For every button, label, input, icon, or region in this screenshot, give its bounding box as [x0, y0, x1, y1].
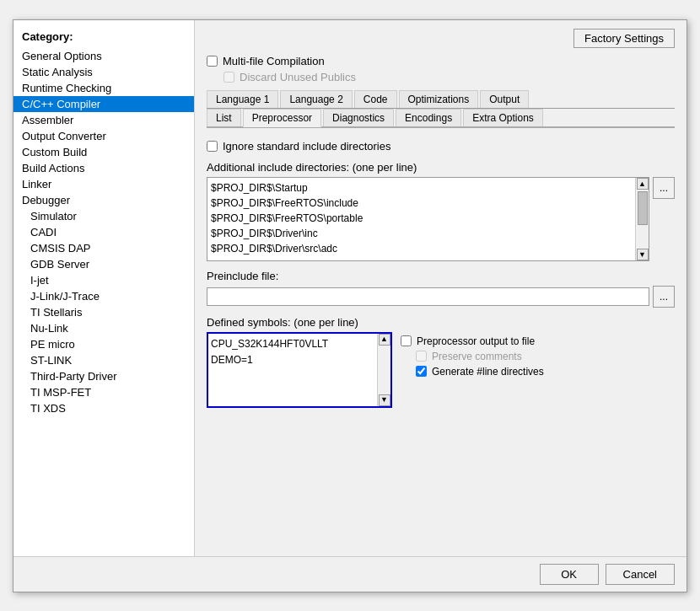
sidebar: Category: General Options Static Analysi…	[13, 20, 195, 556]
sidebar-item-gdb-server[interactable]: GDB Server	[13, 256, 194, 272]
sidebar-item-jlink-jtrace[interactable]: J-Link/J-Trace	[13, 288, 194, 304]
tab-code[interactable]: Code	[354, 90, 397, 108]
additional-includes-label: Additional include directories: (one per…	[207, 161, 675, 174]
sidebar-item-ti-xds[interactable]: TI XDS	[13, 400, 194, 416]
multifile-label: Multi-file Compilation	[223, 55, 325, 67]
top-row: Factory Settings	[207, 29, 675, 48]
ignore-std-label: Ignore standard include directories	[223, 140, 390, 153]
symbol-item-0: CPU_S32K144HFT0VLLT	[211, 336, 388, 352]
right-panel: Factory Settings Multi-file Compilation …	[195, 20, 687, 556]
dir-item-2: $PROJ_DIR$\FreeRTOS\portable	[211, 211, 632, 226]
category-label: Category:	[13, 27, 194, 48]
content-area: Ignore standard include directories Addi…	[207, 140, 675, 548]
tab-output[interactable]: Output	[480, 90, 529, 108]
tab-row-1: Language 1 Language 2 Code Optimizations…	[207, 90, 675, 109]
dir-item-1: $PROJ_DIR$\FreeRTOS\include	[211, 196, 632, 211]
preinclude-input[interactable]	[207, 287, 649, 306]
ignore-std-checkbox[interactable]	[207, 141, 218, 152]
dir-item-3: $PROJ_DIR$\Driver\inc	[211, 226, 632, 241]
discard-row: Discard Unused Publics	[207, 71, 675, 83]
scroll-up-arrow[interactable]: ▲	[637, 178, 649, 190]
preserve-comments-row: Preserve comments	[401, 351, 544, 362]
sidebar-item-output-converter[interactable]: Output Converter	[13, 128, 194, 144]
sidebar-item-cmsis-dap[interactable]: CMSIS DAP	[13, 240, 194, 256]
sym-scroll-down[interactable]: ▼	[379, 394, 390, 406]
symbols-box[interactable]: CPU_S32K144HFT0VLLT DEMO=1 ▲ ▼	[207, 332, 392, 408]
preproc-output-checkbox[interactable]	[401, 335, 412, 346]
tab-encodings[interactable]: Encodings	[396, 109, 461, 126]
sidebar-item-ti-stellaris[interactable]: TI Stellaris	[13, 304, 194, 320]
scroll-thumb[interactable]	[638, 191, 648, 225]
sidebar-item-assembler[interactable]: Assembler	[13, 112, 194, 128]
tab-list[interactable]: List	[207, 109, 241, 126]
ignore-includes-row: Ignore standard include directories	[207, 140, 675, 153]
tab-preprocessor[interactable]: Preprocessor	[243, 109, 321, 127]
defined-symbols-area: CPU_S32K144HFT0VLLT DEMO=1 ▲ ▼ Prep	[207, 332, 675, 408]
include-dirs-wrapper: $PROJ_DIR$\Startup $PROJ_DIR$\FreeRTOS\i…	[207, 177, 675, 261]
options-dialog: Category: General Options Static Analysi…	[13, 19, 687, 592]
sidebar-item-runtime-checking[interactable]: Runtime Checking	[13, 80, 194, 96]
sidebar-item-simulator[interactable]: Simulator	[13, 208, 194, 224]
sidebar-item-pe-micro[interactable]: PE micro	[13, 336, 194, 352]
preserve-comments-checkbox[interactable]	[416, 351, 427, 362]
generate-line-checkbox[interactable]	[416, 366, 427, 377]
sidebar-item-cadi[interactable]: CADI	[13, 224, 194, 240]
tab-optimizations[interactable]: Optimizations	[399, 90, 479, 108]
defined-symbols-label: Defined symbols: (one per line)	[207, 316, 675, 329]
generate-line-directives-row: Generate #line directives	[401, 366, 544, 378]
sidebar-item-general-options[interactable]: General Options	[13, 48, 194, 64]
sidebar-item-cpp-compiler[interactable]: C/C++ Compiler	[13, 96, 194, 112]
preinclude-browse-button[interactable]: ...	[653, 286, 675, 308]
tab-extra-options[interactable]: Extra Options	[463, 109, 543, 126]
preprocessor-options: Preprocessor output to file Preserve com…	[401, 332, 544, 408]
tabs-area: Language 1 Language 2 Code Optimizations…	[207, 90, 675, 135]
multifile-checkbox[interactable]	[207, 56, 218, 67]
sidebar-item-custom-build[interactable]: Custom Build	[13, 144, 194, 160]
discard-label: Discard Unused Publics	[240, 71, 356, 83]
discard-checkbox[interactable]	[223, 72, 234, 83]
sidebar-item-linker[interactable]: Linker	[13, 176, 194, 192]
sidebar-item-i-jet[interactable]: I-jet	[13, 272, 194, 288]
sidebar-item-ti-msp-fet[interactable]: TI MSP-FET	[13, 384, 194, 400]
sidebar-item-static-analysis[interactable]: Static Analysis	[13, 64, 194, 80]
symbols-scrollbar[interactable]: ▲ ▼	[377, 334, 390, 406]
dir-list: $PROJ_DIR$\Startup $PROJ_DIR$\FreeRTOS\i…	[207, 178, 649, 259]
preproc-output-row: Preprocessor output to file	[401, 335, 544, 347]
include-dirs-browse-button[interactable]: ...	[653, 177, 675, 199]
tab-language1[interactable]: Language 1	[207, 90, 278, 108]
tab-diagnostics[interactable]: Diagnostics	[323, 109, 394, 126]
dialog-body: Category: General Options Static Analysi…	[13, 20, 687, 556]
sym-scroll-up[interactable]: ▲	[379, 334, 390, 346]
preinclude-label: Preinclude file:	[207, 270, 675, 282]
sidebar-item-third-party-driver[interactable]: Third-Party Driver	[13, 368, 194, 384]
dir-item-4: $PROJ_DIR$\Driver\src\adc	[211, 241, 632, 256]
preserve-comments-label: Preserve comments	[432, 351, 522, 362]
sidebar-item-nu-link[interactable]: Nu-Link	[13, 320, 194, 336]
dialog-footer: OK Cancel	[13, 556, 687, 592]
scroll-down-arrow[interactable]: ▼	[637, 249, 649, 260]
ok-button[interactable]: OK	[540, 564, 599, 585]
sidebar-item-build-actions[interactable]: Build Actions	[13, 160, 194, 176]
tab-language2[interactable]: Language 2	[280, 90, 352, 108]
factory-settings-button[interactable]: Factory Settings	[573, 29, 675, 48]
symbol-item-1: DEMO=1	[211, 352, 388, 368]
include-scrollbar[interactable]: ▲ ▼	[635, 178, 649, 260]
tab-row-2: List Preprocessor Diagnostics Encodings …	[207, 109, 675, 128]
sidebar-item-debugger[interactable]: Debugger	[13, 192, 194, 208]
preproc-output-label: Preprocessor output to file	[417, 335, 535, 347]
include-dirs-box[interactable]: $PROJ_DIR$\Startup $PROJ_DIR$\FreeRTOS\i…	[207, 177, 649, 261]
cancel-button[interactable]: Cancel	[606, 564, 675, 585]
dir-item-0: $PROJ_DIR$\Startup	[211, 180, 632, 196]
symbols-box-wrapper: CPU_S32K144HFT0VLLT DEMO=1 ▲ ▼	[207, 332, 392, 408]
sidebar-item-st-link[interactable]: ST-LINK	[13, 352, 194, 368]
generate-line-label: Generate #line directives	[432, 366, 544, 378]
multifile-section: Multi-file Compilation Discard Unused Pu…	[207, 55, 675, 83]
multifile-row: Multi-file Compilation	[207, 55, 675, 67]
preinclude-row: ...	[207, 286, 675, 308]
